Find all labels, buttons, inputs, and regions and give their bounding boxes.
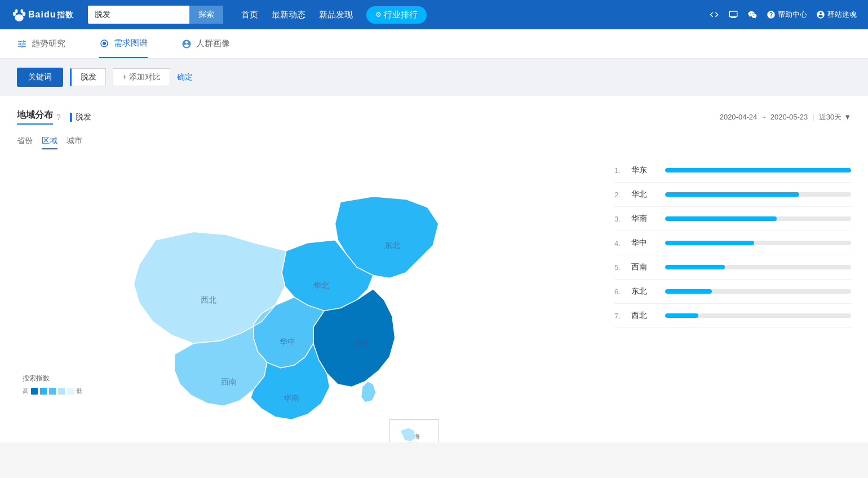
bar-7	[665, 313, 698, 318]
bar-wrap-5	[665, 265, 851, 269]
stats-row-4: 4. 华中	[614, 231, 851, 255]
code-icon[interactable]	[709, 10, 719, 20]
sub-nav-portrait[interactable]: 人群画像	[181, 29, 230, 58]
header-right: 帮助中心 驿站迷魂	[709, 10, 857, 20]
help-icon[interactable]: ?	[56, 113, 61, 122]
section-title: 地域分布 ? 脱发	[17, 109, 91, 125]
stats-row-7: 7. 西北	[614, 304, 851, 328]
date-range: 2020-04-24 ~ 2020-05-23 | 近30天 ▼	[720, 112, 851, 122]
logo-text: Baidu指数	[28, 10, 74, 20]
svg-text:东北: 东北	[384, 241, 400, 250]
sub-nav-trend[interactable]: 趋势研究	[17, 29, 65, 58]
svg-point-4	[20, 9, 23, 13]
search-box: 探索	[88, 6, 223, 24]
nav-home[interactable]: 首页	[241, 10, 258, 20]
legend-low: 低	[76, 387, 82, 395]
main-content: 地域分布 ? 脱发 2020-04-24 ~ 2020-05-23 | 近30天…	[0, 96, 868, 442]
content-area: 南海 诸岛 东北 华北 西北 华东 华中 西南 华南 搜索指数 高	[17, 158, 851, 429]
svg-text:诸岛: 诸岛	[408, 441, 420, 442]
monitor-icon[interactable]	[728, 10, 738, 20]
search-button[interactable]: 探索	[189, 6, 223, 24]
svg-text:西南: 西南	[221, 377, 237, 386]
map-area: 南海 诸岛 东北 华北 西北 华东 华中 西南 华南 搜索指数 高	[17, 158, 603, 429]
svg-text:华中: 华中	[280, 337, 295, 346]
search-input[interactable]	[88, 7, 189, 23]
tab-region[interactable]: 区域	[42, 136, 57, 149]
tab-city[interactable]: 城市	[67, 136, 82, 149]
logo: Baidu指数	[11, 7, 79, 23]
bar-3	[665, 216, 777, 221]
keyword-label: 脱发	[70, 112, 91, 122]
bar-wrap-2	[665, 192, 851, 197]
bar-wrap-6	[665, 289, 851, 294]
svg-text:华东: 华东	[355, 339, 370, 348]
bar-4	[665, 241, 754, 245]
wechat-icon[interactable]	[747, 10, 758, 20]
svg-text:华南: 华南	[284, 393, 299, 402]
help-center[interactable]: 帮助中心	[767, 10, 807, 20]
stats-row-3: 3. 华南	[614, 207, 851, 231]
nav-new-products[interactable]: 新品发现	[319, 10, 353, 20]
bar-wrap-3	[665, 216, 851, 221]
bar-5	[665, 265, 725, 269]
sub-nav: 趋势研究 需求图谱 人群画像	[0, 29, 868, 59]
svg-point-3	[15, 9, 18, 13]
bar-wrap-7	[665, 313, 851, 318]
user-station[interactable]: 驿站迷魂	[816, 10, 857, 20]
dropdown-icon: ▼	[844, 113, 851, 121]
legend-title: 搜索指数	[23, 374, 82, 383]
nav-items: 首页 最新动态 新品发现 ⚙ 行业排行	[241, 6, 427, 24]
keyword-tag: 脱发	[70, 68, 106, 86]
nav-industry-rank[interactable]: ⚙ 行业排行	[366, 6, 427, 24]
confirm-button[interactable]: 确定	[177, 72, 193, 82]
stats-panel: 1. 华东 2. 华北 3. 华南 4.	[614, 158, 851, 429]
legend: 搜索指数 高 低	[23, 374, 82, 395]
region-tabs: 省份 区域 城市	[17, 136, 851, 149]
nav-latest[interactable]: 最新动态	[272, 10, 305, 20]
svg-point-6	[103, 42, 106, 45]
period-selector[interactable]: 近30天 ▼	[819, 112, 851, 122]
keyword-dot	[70, 113, 72, 122]
svg-text:华北: 华北	[313, 281, 329, 290]
legend-high: 高	[23, 387, 29, 395]
bar-6	[665, 289, 712, 294]
tab-province[interactable]: 省份	[17, 136, 33, 149]
svg-point-0	[15, 14, 23, 21]
bar-2	[665, 192, 799, 197]
bar-wrap-4	[665, 241, 851, 245]
china-map: 南海 诸岛 东北 华北 西北 华东 华中 西南 华南 搜索指数 高	[17, 158, 603, 418]
stats-row-6: 6. 东北	[614, 280, 851, 304]
sub-nav-demand[interactable]: 需求图谱	[99, 29, 148, 58]
section-title-text: 地域分布	[17, 109, 53, 125]
section-header: 地域分布 ? 脱发 2020-04-24 ~ 2020-05-23 | 近30天…	[17, 109, 851, 125]
bar-wrap-1	[665, 168, 851, 172]
header: Baidu指数 探索 首页 最新动态 新品发现 ⚙ 行业排行 帮助中心 驿站迷	[0, 0, 868, 29]
stats-row-2: 2. 华北	[614, 183, 851, 207]
add-compare-button[interactable]: + 添加对比	[113, 68, 170, 86]
bar-1	[665, 168, 851, 172]
stats-row-5: 5. 西南	[614, 255, 851, 280]
svg-text:西北: 西北	[201, 295, 216, 304]
toolbar: 关键词 脱发 + 添加对比 确定	[0, 59, 868, 96]
legend-bar: 高 低	[23, 387, 82, 395]
keyword-button[interactable]: 关键词	[17, 68, 63, 87]
stats-row-1: 1. 华东	[614, 158, 851, 183]
